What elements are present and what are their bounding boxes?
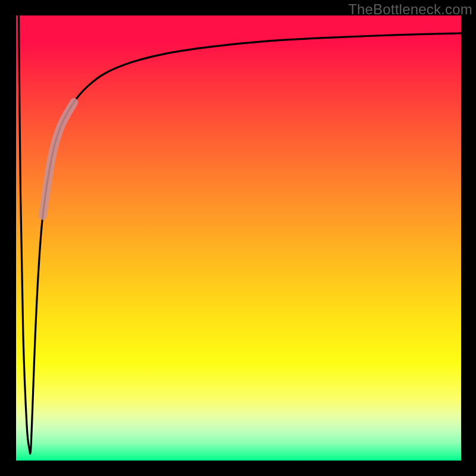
chart-stage: TheBottleneck.com	[0, 0, 476, 476]
plot-gradient-background	[16, 15, 461, 461]
watermark-text: TheBottleneck.com	[348, 1, 472, 18]
